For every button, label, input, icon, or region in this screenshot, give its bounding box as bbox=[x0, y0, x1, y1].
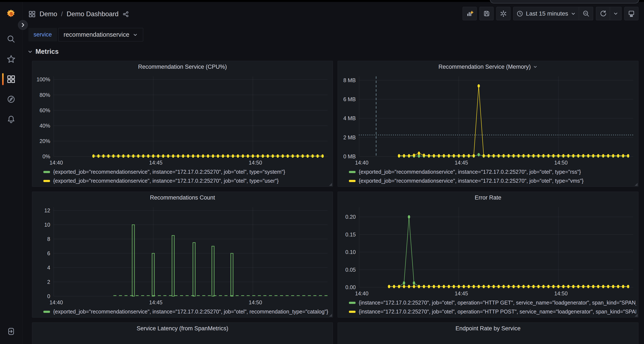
legend-label: {exported_job="recommendationservice", i… bbox=[53, 169, 285, 175]
svg-text:0.10: 0.10 bbox=[345, 249, 356, 255]
svg-text:6: 6 bbox=[47, 250, 50, 256]
svg-text:6 MB: 6 MB bbox=[343, 96, 356, 102]
svg-text:10: 10 bbox=[44, 222, 50, 228]
panel-service-latency: Service Latency (from SpanMetrics) bbox=[32, 323, 333, 344]
breadcrumb-page[interactable]: Demo Dashboard bbox=[67, 10, 118, 18]
legend-swatch bbox=[349, 302, 356, 304]
svg-text:14:40: 14:40 bbox=[355, 160, 368, 166]
panel-title[interactable]: Service Latency (from SpanMetrics) bbox=[32, 323, 333, 334]
svg-text:80%: 80% bbox=[40, 92, 50, 98]
variable-label: service bbox=[28, 28, 57, 41]
alerting-bell-icon[interactable] bbox=[5, 113, 17, 125]
active-nav-indicator bbox=[2, 73, 4, 85]
panel-title[interactable]: Endpoint Rate by Service bbox=[338, 323, 638, 334]
svg-text:14:50: 14:50 bbox=[249, 160, 262, 166]
svg-text:14:40: 14:40 bbox=[50, 160, 63, 166]
panel-resize-handle[interactable] bbox=[634, 314, 638, 317]
sign-in-icon[interactable] bbox=[5, 326, 17, 338]
panel-recommendations-count: Recommendations Count 02468101214:4014:4… bbox=[32, 192, 333, 318]
template-variables-row: service recommendationservice bbox=[28, 28, 143, 41]
share-icon[interactable] bbox=[122, 11, 129, 17]
star-icon[interactable] bbox=[5, 53, 17, 65]
panel-grid: Recommendation Service (CPU%) 0%20%40%60… bbox=[32, 61, 638, 344]
svg-text:0: 0 bbox=[47, 293, 50, 299]
svg-text:0.15: 0.15 bbox=[345, 232, 356, 237]
variable-selected-value: recommendationservice bbox=[64, 31, 130, 38]
variable-value-dropdown[interactable]: recommendationservice bbox=[58, 28, 143, 41]
legend: {exported_job="recommendationservice", i… bbox=[32, 168, 333, 187]
legend-item[interactable]: {exported_job="recommendationservice", i… bbox=[349, 169, 636, 175]
panel-error-rate: Error Rate 0.000.050.100.150.2014:4014:4… bbox=[338, 192, 638, 318]
time-picker-group: Last 15 minutes bbox=[513, 7, 593, 20]
kiosk-mode-button[interactable] bbox=[624, 7, 638, 20]
panel-title[interactable]: Recommendation Service (CPU%) bbox=[32, 61, 333, 73]
legend-item[interactable]: {exported_job="recommendationservice", i… bbox=[43, 178, 330, 184]
legend-swatch bbox=[43, 311, 50, 313]
grafana-logo[interactable] bbox=[5, 7, 17, 19]
legend-label: {exported_job="recommendationservice", i… bbox=[53, 309, 328, 315]
legend-item[interactable]: {instance="172.17.0.2:25270", job="otel"… bbox=[349, 309, 636, 315]
legend-item[interactable]: {exported_job="recommendationservice", i… bbox=[43, 169, 330, 175]
refresh-interval-dropdown[interactable] bbox=[610, 7, 622, 20]
time-series-chart[interactable]: 0 MB2 MB4 MB6 MB8 MB14:4014:4514:50 bbox=[340, 73, 636, 168]
svg-text:100%: 100% bbox=[36, 76, 50, 82]
chevron-down-icon bbox=[133, 32, 138, 37]
svg-text:0.00: 0.00 bbox=[345, 284, 356, 290]
panel-title[interactable]: Recommendations Count bbox=[32, 192, 333, 203]
add-panel-button[interactable] bbox=[462, 7, 477, 20]
refresh-button[interactable] bbox=[596, 7, 610, 20]
row-header-metrics[interactable]: Metrics bbox=[27, 48, 59, 55]
panel-title[interactable]: Error Rate bbox=[338, 192, 638, 203]
panel-cpu: Recommendation Service (CPU%) 0%20%40%60… bbox=[32, 61, 333, 187]
svg-text:14:50: 14:50 bbox=[249, 299, 262, 305]
legend-item[interactable]: {exported_job="recommendationservice", i… bbox=[43, 309, 330, 315]
row-title: Metrics bbox=[36, 48, 59, 55]
svg-text:14:50: 14:50 bbox=[554, 290, 568, 296]
browser-dialog-notch bbox=[490, 0, 639, 3]
dashboard-settings-button[interactable] bbox=[496, 7, 510, 20]
time-range-picker[interactable]: Last 15 minutes bbox=[513, 7, 579, 20]
breadcrumb-section[interactable]: Demo bbox=[40, 10, 57, 18]
legend-swatch bbox=[349, 171, 356, 173]
panel-resize-handle[interactable] bbox=[329, 183, 332, 186]
dashboards-icon[interactable] bbox=[5, 73, 17, 85]
zoom-out-time-button[interactable] bbox=[579, 7, 593, 20]
panel-title[interactable]: Recommendation Service (Memory) bbox=[338, 61, 638, 73]
svg-text:40%: 40% bbox=[40, 123, 50, 129]
breadcrumb-separator: / bbox=[61, 11, 63, 18]
legend-label: {exported_job="recommendationservice", i… bbox=[359, 178, 584, 184]
legend: {instance="172.17.0.2:25270", job="otel"… bbox=[338, 299, 638, 318]
save-dashboard-button[interactable] bbox=[480, 7, 494, 20]
svg-text:4: 4 bbox=[47, 265, 50, 271]
legend-item[interactable]: {instance="172.17.0.2:25270", job="otel"… bbox=[349, 300, 636, 306]
panel-memory: Recommendation Service (Memory) 0 MB2 MB… bbox=[338, 61, 638, 187]
svg-text:14:50: 14:50 bbox=[554, 160, 568, 166]
sidebar bbox=[0, 2, 22, 344]
svg-text:14:40: 14:40 bbox=[355, 290, 368, 296]
time-series-chart[interactable]: 0.000.050.100.150.2014:4014:4514:50 bbox=[340, 203, 636, 299]
dashboards-grid-icon bbox=[28, 10, 36, 18]
svg-text:0 MB: 0 MB bbox=[343, 154, 356, 160]
time-series-chart[interactable]: 0%20%40%60%80%100%14:4014:4514:50 bbox=[34, 73, 331, 168]
panel-resize-handle[interactable] bbox=[329, 314, 332, 317]
svg-text:4 MB: 4 MB bbox=[343, 115, 356, 121]
grafana-dashboard: Demo / Demo Dashboard bbox=[0, 0, 644, 344]
time-series-chart[interactable]: 02468101214:4014:4514:50 bbox=[34, 203, 331, 308]
svg-text:14:45: 14:45 bbox=[455, 160, 468, 166]
legend-item[interactable]: {exported_job="recommendationservice", i… bbox=[349, 178, 636, 184]
legend-label: {exported_job="recommendationservice", i… bbox=[53, 178, 279, 184]
svg-text:20%: 20% bbox=[40, 138, 50, 144]
panel-endpoint-rate: Endpoint Rate by Service bbox=[338, 323, 638, 344]
svg-text:14:45: 14:45 bbox=[455, 290, 468, 296]
svg-text:0.20: 0.20 bbox=[345, 214, 356, 220]
expand-sidebar-button[interactable] bbox=[18, 20, 28, 30]
legend-swatch bbox=[43, 180, 50, 182]
row-collapse-chevron-icon bbox=[27, 49, 33, 54]
svg-text:12: 12 bbox=[44, 207, 50, 213]
svg-text:14:40: 14:40 bbox=[50, 299, 63, 305]
explore-compass-icon[interactable] bbox=[5, 93, 17, 105]
search-icon[interactable] bbox=[5, 33, 17, 45]
svg-text:14:45: 14:45 bbox=[149, 160, 162, 166]
svg-text:8 MB: 8 MB bbox=[343, 77, 356, 83]
panel-resize-handle[interactable] bbox=[634, 183, 638, 186]
